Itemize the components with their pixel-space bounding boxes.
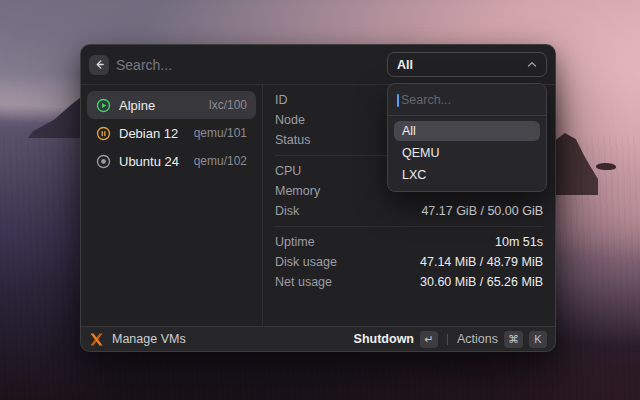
detail-label: Status [275,133,310,147]
filter-value: All [397,58,413,72]
proxmox-logo-icon [89,332,104,347]
dropdown-item-lxc[interactable]: LXC [394,165,540,185]
status-running-icon [96,98,111,113]
enter-key-badge: ↵ [420,331,438,348]
footer-bar: Manage VMs Shutdown ↵ Actions ⌘ K [81,326,555,351]
actions-menu-button[interactable]: Actions [457,332,498,346]
filter-dropdown-panel: All QEMU LXC [387,83,547,192]
vm-id-badge: qemu/102 [194,154,247,168]
detail-label: Node [275,113,305,127]
detail-value: 30.60 MiB / 65.26 MiB [420,275,543,289]
wallpaper-rocks [552,133,598,195]
detail-label: Disk usage [275,255,337,269]
dropdown-search-input[interactable] [399,93,537,107]
detail-row-net-usage: Net usage 30.60 MiB / 65.26 MiB [275,272,543,292]
search-input[interactable] [116,57,380,73]
cmd-key-badge: ⌘ [504,331,523,348]
vm-id-badge: qemu/101 [194,126,247,140]
detail-row-disk-usage: Disk usage 47.14 MiB / 48.79 MiB [275,252,543,272]
detail-value: 10m 51s [495,235,543,249]
command-title: Manage VMs [112,332,186,346]
detail-label: Net usage [275,275,332,289]
vm-name: Ubuntu 24 [119,154,179,169]
detail-value: 47.17 GiB / 50.00 GiB [421,204,543,218]
dropdown-item-all[interactable]: All [394,121,540,141]
detail-value: 47.14 MiB / 48.79 MiB [420,255,543,269]
dropdown-item-qemu[interactable]: QEMU [394,143,540,163]
arrow-left-icon [94,59,105,70]
footer-separator [447,334,448,345]
k-key-badge: K [529,331,547,348]
status-paused-icon [96,126,111,141]
topbar: All [81,45,555,85]
shutdown-action-button[interactable]: Shutdown [354,332,414,346]
detail-label: Disk [275,204,299,218]
detail-label: Uptime [275,235,315,249]
status-stopped-icon [96,154,111,169]
detail-label: Memory [275,184,320,198]
vm-name: Alpine [119,98,155,113]
vm-manager-window: All Alpine lxc/100 Debian 12 qemu/101 [80,44,556,352]
back-button[interactable] [89,55,109,75]
detail-label: ID [275,93,288,107]
detail-label: CPU [275,164,301,178]
detail-row-uptime: Uptime 10m 51s [275,232,543,252]
vm-id-badge: lxc/100 [209,98,247,112]
vm-row-alpine[interactable]: Alpine lxc/100 [87,91,256,119]
dropdown-divider [388,115,546,116]
detail-divider [275,226,543,227]
filter-dropdown-button[interactable]: All [387,52,547,77]
chevron-up-icon [527,61,537,68]
vm-row-ubuntu[interactable]: Ubuntu 24 qemu/102 [87,147,256,175]
detail-row-disk: Disk 47.17 GiB / 50.00 GiB [275,201,543,221]
dropdown-search-row [394,90,540,110]
wallpaper-rock-small [596,163,616,170]
vm-name: Debian 12 [119,126,178,141]
vm-list: Alpine lxc/100 Debian 12 qemu/101 Ubuntu… [81,85,263,326]
footer-actions: Shutdown ↵ Actions ⌘ K [354,331,547,348]
vm-row-debian[interactable]: Debian 12 qemu/101 [87,119,256,147]
